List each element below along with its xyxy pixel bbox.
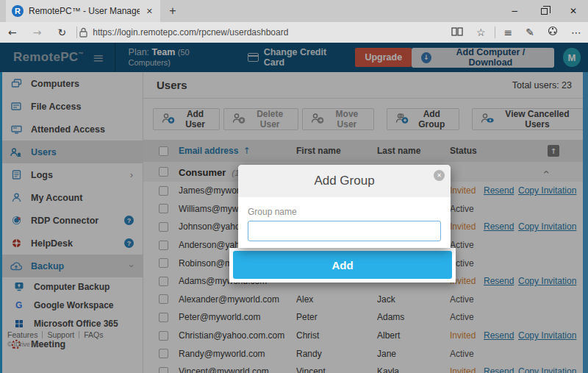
hamburger-menu-icon[interactable]: ≡ — [93, 49, 104, 65]
sort-asc-icon: ↑ — [243, 146, 250, 156]
row-checkbox[interactable] — [159, 367, 168, 373]
select-all-checkbox[interactable] — [159, 146, 168, 156]
more-options-icon[interactable]: ⋯ — [564, 22, 588, 43]
export-users-icon[interactable]: ↑ — [548, 145, 559, 157]
close-button[interactable]: ✕ — [559, 0, 588, 22]
resend-link[interactable]: Resend — [484, 366, 514, 373]
row-checkbox[interactable] — [159, 313, 168, 322]
move-user-button[interactable]: Move User — [302, 108, 373, 130]
minimize-button[interactable]: − — [500, 0, 529, 22]
add-group-submit-button[interactable]: Add — [233, 251, 452, 279]
avatar[interactable]: M — [563, 48, 581, 67]
browser-tab[interactable]: R RemotePC™ - User Management ✕ — [6, 0, 160, 22]
modal-close-icon[interactable]: ✕ — [434, 170, 445, 181]
sidebar-footer-links: Features Support FAQs — [7, 330, 103, 339]
sidebar-item-computers[interactable]: Computers — [0, 72, 143, 95]
web-note-pen-icon[interactable]: ✎ — [519, 22, 541, 43]
copy-invitation-link[interactable]: Copy Invitation — [518, 221, 576, 232]
faqs-link[interactable]: FAQs — [84, 330, 103, 339]
resend-link[interactable]: Resend — [484, 276, 514, 286]
restore-button[interactable] — [529, 0, 559, 22]
group-name: Consumer — [179, 167, 226, 178]
status-badge: Active — [450, 349, 484, 359]
status-badge: Active — [450, 204, 484, 214]
delete-user-button[interactable]: Delete User — [223, 108, 298, 130]
row-checkbox[interactable] — [159, 349, 168, 358]
sidebar-item-attended-access[interactable]: Attended Access — [0, 118, 143, 141]
my-account-icon — [10, 193, 22, 202]
column-status[interactable]: Status — [450, 146, 484, 156]
row-checkbox[interactable] — [159, 204, 168, 213]
new-tab-button[interactable]: + — [160, 0, 185, 22]
view-cancelled-users-button[interactable]: View Cancelled Users — [472, 108, 584, 130]
column-last-name[interactable]: Last name — [377, 146, 450, 156]
user-move-icon — [311, 113, 324, 126]
forward-button[interactable]: → — [25, 22, 50, 43]
hub-menu-icon[interactable]: ≡ — [498, 22, 520, 43]
copy-invitation-link[interactable]: Copy Invitation — [518, 366, 576, 373]
status-badge: Invited — [450, 221, 484, 232]
resend-link[interactable]: Resend — [484, 185, 514, 196]
row-checkbox[interactable] — [159, 294, 168, 304]
status-badge: Active — [450, 294, 484, 305]
group-checkbox[interactable] — [159, 167, 168, 177]
row-checkbox[interactable] — [159, 258, 168, 268]
last-name-cell: Jack — [377, 294, 450, 305]
sidebar-item-my-account[interactable]: My Account — [0, 186, 143, 209]
sidebar-item-label: Backup — [31, 261, 64, 271]
row-checkbox[interactable] — [159, 241, 168, 250]
first-name-cell: Alex — [296, 294, 377, 305]
sidebar-item-file-access[interactable]: File Access — [0, 95, 143, 118]
status-badge: Active — [450, 312, 484, 322]
support-link[interactable]: Support — [47, 330, 74, 339]
refresh-button[interactable]: ↻ — [49, 22, 74, 43]
sidebar-item-users[interactable]: Users — [0, 141, 143, 163]
share-icon[interactable] — [541, 22, 564, 43]
reading-view-icon[interactable] — [445, 22, 470, 43]
row-checkbox[interactable] — [159, 277, 168, 286]
back-button[interactable]: ← — [0, 22, 25, 43]
favorites-star-icon[interactable]: ☆ — [470, 22, 492, 43]
add-group-button[interactable]: Add Group — [387, 108, 459, 130]
copy-invitation-link[interactable]: Copy Invitation — [518, 330, 576, 341]
row-checkbox[interactable] — [159, 186, 168, 196]
total-users: Total users: 23 — [512, 80, 572, 90]
help-icon[interactable]: ? — [124, 238, 134, 248]
restore-icon — [541, 8, 548, 15]
row-checkbox[interactable] — [159, 331, 168, 341]
help-icon[interactable]: ? — [124, 216, 134, 225]
copy-invitation-link[interactable]: Copy Invitation — [518, 185, 576, 196]
group-name-input[interactable] — [248, 221, 441, 241]
group-add-icon — [395, 113, 409, 126]
copy-invitation-link[interactable]: Copy Invitation — [518, 276, 576, 286]
upgrade-button[interactable]: Upgrade — [355, 48, 412, 67]
row-checkbox[interactable] — [159, 222, 168, 232]
table-header: Email address↑ First name Last name Stat… — [143, 140, 588, 162]
remotepc-favicon-icon: R — [12, 5, 24, 17]
features-link[interactable]: Features — [7, 330, 37, 339]
modal-footer: Add — [229, 248, 456, 283]
address-bar[interactable]: https://login.remotepc.com/rpcnew/userda… — [79, 27, 445, 38]
resend-link[interactable]: Resend — [484, 221, 514, 232]
column-first-name[interactable]: First name — [296, 146, 377, 156]
user-add-icon — [162, 113, 175, 126]
add-user-button[interactable]: Add User — [153, 108, 220, 130]
logs-icon — [10, 170, 22, 180]
collapse-group-icon[interactable]: › — [539, 170, 551, 174]
sidebar-item-computer-backup[interactable]: Computer Backup — [0, 277, 143, 296]
page-scrollbar[interactable] — [583, 72, 588, 373]
add-computer-download-button[interactable]: ↓ Add Computer / Download — [412, 48, 554, 68]
ms365-icon — [13, 319, 25, 328]
last-name-cell: Adams — [377, 312, 450, 322]
page: RemotePC™ ≡ Plan: Team (50 Computers) Ch… — [0, 43, 588, 373]
column-email[interactable]: Email address↑ — [179, 146, 296, 156]
change-credit-card-button[interactable]: Change Credit Card — [248, 47, 345, 68]
sidebar-item-google-workspace[interactable]: GGoogle Workspace — [0, 296, 143, 314]
sidebar-item-logs[interactable]: Logs› — [0, 163, 143, 186]
resend-link[interactable]: Resend — [484, 330, 514, 341]
sidebar-item-helpdesk[interactable]: HelpDesk? — [0, 232, 143, 255]
sidebar-item-backup[interactable]: Backup› — [0, 255, 143, 277]
user-eye-icon — [481, 113, 495, 126]
sidebar-item-rdp-connector[interactable]: RDP Connector? — [0, 209, 143, 232]
tab-close-icon[interactable]: ✕ — [145, 7, 154, 16]
